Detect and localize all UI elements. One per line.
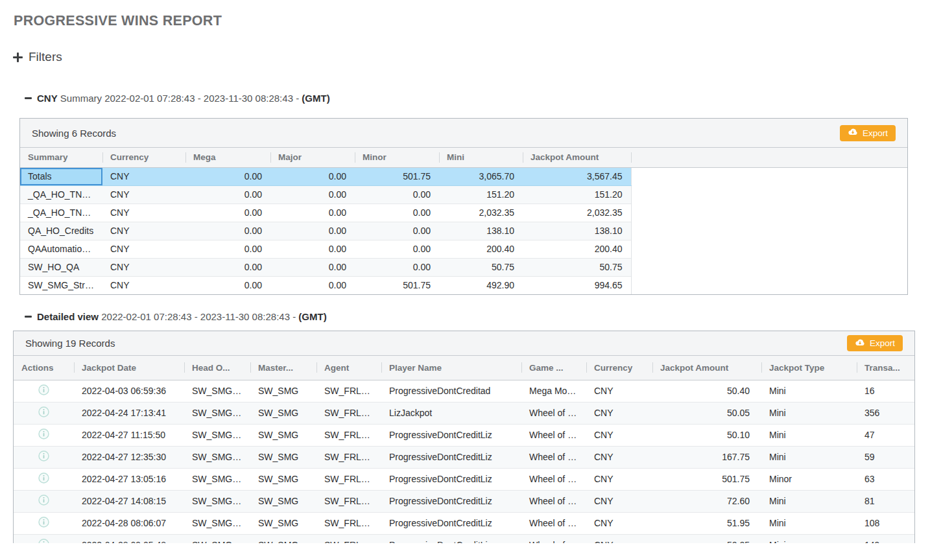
summary-export-button[interactable]: Export [840,125,896,141]
detail-cell: Wheel of W... [521,468,586,490]
detail-cell: 16 [857,380,915,402]
detail-col-header-master-[interactable]: Master... [250,356,316,380]
summary-col-header-minor[interactable]: Minor [355,148,439,167]
summary-col-header-summary[interactable]: Summary [20,148,102,167]
info-icon[interactable] [38,517,49,528]
detail-cell: SW_SMG_S... [184,380,250,402]
info-icon[interactable] [38,384,49,395]
detail-cell: Minor [761,468,857,490]
info-icon[interactable] [38,472,49,484]
detail-cell: 2022-04-27 11:15:50 [74,424,184,446]
summary-cell: 3,065.70 [439,167,523,185]
info-icon[interactable] [38,428,49,439]
detail-col-header-player-name[interactable]: Player Name [381,356,521,380]
detail-actions-cell [14,446,74,468]
detail-section-daterange: 2022-02-01 07:28:43 - 2023-11-30 08:28:4… [101,311,296,322]
summary-cell: 0.00 [185,167,270,185]
summary-section-daterange: Summary 2022-02-01 07:28:43 - 2023-11-30… [60,93,299,104]
detail-cell: SW_SMG_S... [184,468,250,490]
detail-table-row[interactable]: 2022-04-27 13:05:16SW_SMG_S...SW_SMGSW_F… [14,468,915,490]
detail-cell: ProgressiveDontCreditad [381,380,521,402]
summary-col-header-empty [631,148,907,167]
detail-col-header-jackpot-type[interactable]: Jackpot Type [761,356,857,380]
detail-cell: 356 [857,402,915,424]
summary-cell: 50.75 [439,258,523,276]
detail-export-button[interactable]: Export [847,335,903,351]
summary-cell: SW_SMG_Stron... [20,276,102,294]
detail-col-header-jackpot-amount[interactable]: Jackpot Amount [652,356,761,380]
summary-cell: CNY [102,204,185,222]
detail-table-row[interactable]: 2022-04-27 12:35:30SW_SMG_S...SW_SMGSW_F… [14,446,915,468]
detail-cell: SW_FRL3_... [316,446,381,468]
info-icon[interactable] [38,495,49,506]
summary-cell: CNY [102,222,185,240]
summary-cell: 0.00 [270,204,355,222]
detail-table-row[interactable]: 2022-04-28 08:06:07SW_SMG_S...SW_SMGSW_F… [14,512,915,534]
detail-section-toggle[interactable]: Detailed view 2022-02-01 07:28:43 - 2023… [25,311,327,322]
detail-col-header-currency[interactable]: Currency [586,356,652,380]
minus-icon [25,316,32,318]
detail-table: ActionsJackpot DateHead O...Master...Age… [14,356,915,543]
summary-col-header-major[interactable]: Major [270,148,355,167]
detail-cell: 72.60 [652,490,761,512]
detail-col-header-game-[interactable]: Game ... [521,356,586,380]
summary-col-header-currency[interactable]: Currency [102,148,185,167]
detail-actions-cell [14,424,74,446]
detail-cell: SW_SMG_S... [184,512,250,534]
summary-cell: 0.00 [355,240,439,258]
detail-cell: 2022-04-24 17:13:41 [74,402,184,424]
detail-col-header-transa-[interactable]: Transa... [857,356,915,380]
summary-table-row[interactable]: TotalsCNY0.000.00501.753,065.703,567.45 [20,167,907,185]
cloud-download-icon [855,338,865,349]
detail-col-header-actions[interactable]: Actions [14,356,74,380]
summary-cell: 200.40 [439,240,523,258]
detail-cell: CNY [586,490,652,512]
detail-table-row[interactable]: 2022-04-03 06:59:36SW_SMG_S...SW_SMGSW_F… [14,380,915,402]
summary-table-toolbar: Showing 6 Records Export [20,119,907,148]
detail-cell: SW_SMG_S... [184,402,250,424]
detail-cell: SW_SMG [250,446,316,468]
cloud-download-icon [848,128,858,138]
detail-table-row[interactable]: 2022-04-24 17:13:41SW_SMG_S...SW_SMGSW_F… [14,402,915,424]
page-title: PROGRESSIVE WINS REPORT [14,13,222,29]
detail-cell: CNY [586,446,652,468]
detail-col-header-head-o-[interactable]: Head O... [184,356,250,380]
summary-cell: 0.00 [355,185,439,204]
detail-cell: 2022-04-27 14:08:15 [74,490,184,512]
detail-cell: Mini [761,490,857,512]
summary-cell: 2,032.35 [439,204,523,222]
info-icon[interactable] [38,406,49,417]
detail-cell: Mini [761,534,857,543]
summary-col-header-mini[interactable]: Mini [439,148,523,167]
detail-cell: 59 [857,446,915,468]
info-icon[interactable] [38,539,49,543]
summary-section-currency: CNY [37,93,58,104]
detail-cell: SW_SMG [250,512,316,534]
detail-col-header-jackpot-date[interactable]: Jackpot Date [74,356,184,380]
detail-table-row[interactable]: 2022-04-27 14:08:15SW_SMG_S...SW_SMGSW_F… [14,490,915,512]
summary-cell: CNY [102,276,185,294]
summary-section-toggle[interactable]: CNY Summary 2022-02-01 07:28:43 - 2023-1… [25,93,330,104]
detail-cell: CNY [586,512,652,534]
detail-cell: ProgressiveDontCreditLiz [381,534,521,543]
detail-table-header-row: ActionsJackpot DateHead O...Master...Age… [14,356,915,380]
summary-cell: 0.00 [270,167,355,185]
info-icon[interactable] [38,450,49,461]
detail-cell: SW_SMG [250,468,316,490]
summary-col-header-jackpot-amount[interactable]: Jackpot Amount [523,148,631,167]
detail-table-row[interactable]: 2022-04-28 09:05:48SW_SMG_S...SW_SMGSW_F… [14,534,915,543]
detail-col-header-agent[interactable]: Agent [316,356,381,380]
summary-table-header-row: SummaryCurrencyMegaMajorMinorMiniJackpot… [20,148,907,167]
detail-actions-cell [14,380,74,402]
summary-cell: 501.75 [355,167,439,185]
detail-cell: Mini [761,424,857,446]
filters-toggle[interactable]: Filters [13,50,62,64]
detail-cell: SW_SMG_S... [184,534,250,543]
progressive-wins-report-page: PROGRESSIVE WINS REPORT Filters CNY Summ… [0,0,930,560]
detail-cell: ProgressiveDontCreditLiz [381,424,521,446]
detail-cell: SW_SMG_S... [184,424,250,446]
detail-cell: SW_SMG [250,534,316,543]
detail-cell: 167.75 [652,446,761,468]
summary-col-header-mega[interactable]: Mega [185,148,270,167]
detail-table-row[interactable]: 2022-04-27 11:15:50SW_SMG_S...SW_SMGSW_F… [14,424,915,446]
